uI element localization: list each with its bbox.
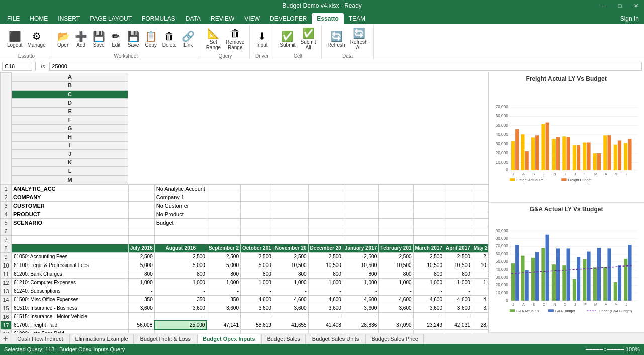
cell-f7[interactable] xyxy=(273,235,308,244)
cell-h16[interactable]: - xyxy=(343,312,378,321)
cell-j14[interactable]: 4,600 xyxy=(413,295,444,304)
cell-a3[interactable]: CUSTOMER xyxy=(12,201,129,210)
cell-h18[interactable]: - xyxy=(343,329,378,333)
cell-a18[interactable]: 61800: Late Fees Paid xyxy=(12,329,129,333)
cell-j12[interactable]: 1,000 xyxy=(413,278,444,287)
cell-i11[interactable]: 800 xyxy=(379,270,413,278)
cell-i7[interactable] xyxy=(379,235,413,244)
cell-c1[interactable]: No Analytic Account xyxy=(154,184,207,193)
cell-l12[interactable]: 1,000 xyxy=(472,278,488,287)
cell-f12[interactable]: 1,000 xyxy=(273,278,308,287)
link-button[interactable]: 🔗 Link xyxy=(180,26,197,52)
cell-a12[interactable]: 61210: Computer Expenses xyxy=(12,278,129,287)
window-controls[interactable]: ─ □ ✕ xyxy=(596,0,644,11)
cell-l9[interactable]: 2,500 xyxy=(472,252,488,261)
minimize-button[interactable]: ─ xyxy=(596,0,612,11)
cell-c4[interactable]: No Product xyxy=(154,210,207,218)
cell-k9[interactable]: 2,500 xyxy=(444,252,472,261)
cell-d14[interactable]: 350 xyxy=(207,295,240,304)
cell-h5[interactable] xyxy=(343,218,378,227)
cell-b15[interactable]: 3,600 xyxy=(128,304,154,312)
cell-g12[interactable]: 1,000 xyxy=(308,278,343,287)
cell-i4[interactable] xyxy=(379,210,413,218)
col-header-i[interactable]: I xyxy=(12,141,128,150)
col-header-c[interactable]: C xyxy=(12,90,128,99)
cell-g15[interactable]: 3,600 xyxy=(308,304,343,312)
cell-d9[interactable]: 2,500 xyxy=(207,252,240,261)
cell-f16[interactable]: - xyxy=(273,312,308,321)
cell-d3[interactable] xyxy=(207,201,240,210)
cell-k18[interactable]: - xyxy=(444,329,472,333)
cell-c15[interactable]: 3,600 xyxy=(154,304,207,312)
cell-b4[interactable] xyxy=(128,210,154,218)
cell-d15[interactable]: 3,600 xyxy=(207,304,240,312)
cell-i10[interactable]: 10,500 xyxy=(379,261,413,270)
cell-l4[interactable] xyxy=(472,210,488,218)
tab-insert[interactable]: INSERT xyxy=(53,13,85,24)
cell-c6[interactable] xyxy=(154,227,207,235)
cell-c8[interactable]: August 2016 xyxy=(154,244,207,252)
tab-team[interactable]: TEAM xyxy=(344,13,371,24)
cell-g13[interactable]: - xyxy=(308,287,343,295)
cell-k8[interactable]: April 2017 xyxy=(444,244,472,252)
cell-i15[interactable]: 3,600 xyxy=(379,304,413,312)
cell-b1[interactable] xyxy=(128,184,154,193)
cell-a11[interactable]: 61200: Bank Charges xyxy=(12,270,129,278)
cell-h6[interactable] xyxy=(343,227,378,235)
cell-k17[interactable]: 42,031 xyxy=(444,321,472,329)
cell-j3[interactable] xyxy=(413,201,444,210)
cell-e15[interactable]: 3,600 xyxy=(240,304,273,312)
save2-button[interactable]: 💾 Save xyxy=(125,26,142,52)
cell-c16[interactable]: - xyxy=(154,312,207,321)
set-range-button[interactable]: 📐 SetRange xyxy=(204,26,223,52)
cell-i13[interactable]: - xyxy=(379,287,413,295)
cell-b9[interactable]: 2,500 xyxy=(128,252,154,261)
cell-f10[interactable]: 10,500 xyxy=(273,261,308,270)
cell-c17[interactable]: 25,000 xyxy=(154,321,207,329)
submit-all-button[interactable]: ✅ SubmitAll xyxy=(298,26,318,52)
cell-b16[interactable]: - xyxy=(128,312,154,321)
cell-h4[interactable] xyxy=(343,210,378,218)
cell-l6[interactable] xyxy=(472,227,488,235)
cell-d7[interactable] xyxy=(207,235,240,244)
cell-d6[interactable] xyxy=(207,227,240,235)
cell-h7[interactable] xyxy=(343,235,378,244)
cell-d4[interactable] xyxy=(207,210,240,218)
cell-l1[interactable] xyxy=(472,184,488,193)
cell-c7[interactable] xyxy=(154,235,207,244)
cell-i5[interactable] xyxy=(379,218,413,227)
logout-button[interactable]: ⬛ Logout xyxy=(5,26,25,52)
cell-f4[interactable] xyxy=(273,210,308,218)
cell-c11[interactable]: 800 xyxy=(154,270,207,278)
col-header-a[interactable]: A xyxy=(12,73,128,81)
tab-page-layout[interactable]: PAGE LAYOUT xyxy=(85,13,137,24)
cell-a15[interactable]: 61510: Insurance - Business xyxy=(12,304,129,312)
save-button[interactable]: 💾 Save xyxy=(90,26,107,52)
grid-scroll[interactable]: A B C D E F G H I J K L M xyxy=(0,72,488,333)
input-button[interactable]: ⬇ Input xyxy=(254,26,270,52)
cell-i9[interactable]: 2,500 xyxy=(379,252,413,261)
cell-g1[interactable] xyxy=(308,184,343,193)
cell-e16[interactable]: - xyxy=(240,312,273,321)
cell-a8[interactable] xyxy=(12,244,129,252)
cell-k11[interactable]: 800 xyxy=(444,270,472,278)
tab-budget-sales-units[interactable]: Budget Sales Units xyxy=(307,334,365,344)
cell-g6[interactable] xyxy=(308,227,343,235)
cell-k4[interactable] xyxy=(444,210,472,218)
cell-c14[interactable]: 350 xyxy=(154,295,207,304)
cell-k3[interactable] xyxy=(444,201,472,210)
cell-c5[interactable]: Budget xyxy=(154,218,207,227)
cell-l15[interactable]: 3,600 xyxy=(472,304,488,312)
cell-h15[interactable]: 3,600 xyxy=(343,304,378,312)
cell-c12[interactable]: 1,000 xyxy=(154,278,207,287)
cell-f6[interactable] xyxy=(273,227,308,235)
cell-l18[interactable]: - xyxy=(472,329,488,333)
cell-g17[interactable]: 41,408 xyxy=(308,321,343,329)
cell-k5[interactable] xyxy=(444,218,472,227)
cell-d18[interactable]: - xyxy=(207,329,240,333)
cell-g11[interactable]: 800 xyxy=(308,270,343,278)
cell-h3[interactable] xyxy=(343,201,378,210)
cell-l8[interactable]: May 2017 xyxy=(472,244,488,252)
cell-e2[interactable] xyxy=(240,193,273,201)
formula-input[interactable] xyxy=(49,62,642,71)
